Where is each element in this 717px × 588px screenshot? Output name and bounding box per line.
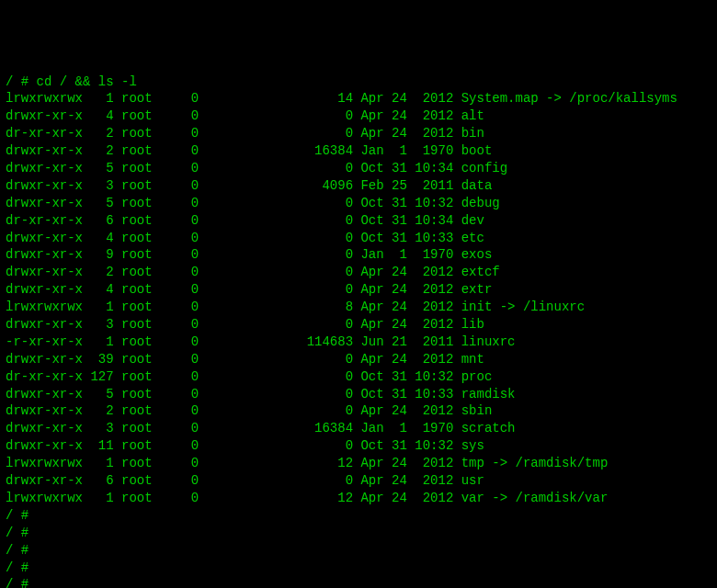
listing-row: dr-xr-xr-x 2 root 0 0 Apr 24 2012 bin	[6, 125, 711, 142]
listing-row: drwxr-xr-x 9 root 0 0 Jan 1 1970 exos	[6, 246, 711, 264]
listing-row: drwxr-xr-x 3 root 0 0 Apr 24 2012 lib	[6, 316, 711, 334]
listing-row: lrwxrwxrwx 1 root 0 12 Apr 24 2012 var -…	[6, 490, 711, 507]
listing-row: drwxr-xr-x 39 root 0 0 Apr 24 2012 mnt	[6, 351, 711, 368]
shell-prompt: / #	[6, 507, 711, 525]
listing-row: drwxr-xr-x 2 root 0 0 Apr 24 2012 extcf	[6, 264, 711, 281]
listing-row: drwxr-xr-x 3 root 0 16384 Jan 1 1970 scr…	[6, 420, 711, 437]
listing-row: drwxr-xr-x 5 root 0 0 Oct 31 10:34 confi…	[6, 160, 711, 177]
command-line: / # cd / && ls -l	[6, 74, 711, 91]
listing-row: drwxr-xr-x 6 root 0 0 Apr 24 2012 usr	[6, 472, 711, 490]
listing-row: drwxr-xr-x 4 root 0 0 Apr 24 2012 alt	[6, 107, 711, 125]
listing-row: drwxr-xr-x 2 root 0 0 Apr 24 2012 sbin	[6, 402, 711, 420]
listing-row: lrwxrwxrwx 1 root 0 14 Apr 24 2012 Syste…	[6, 90, 711, 107]
terminal-output: / # cd / && ls -llrwxrwxrwx 1 root 0 14 …	[6, 74, 711, 588]
listing-row: drwxr-xr-x 2 root 0 16384 Jan 1 1970 boo…	[6, 142, 711, 160]
listing-row: dr-xr-xr-x 127 root 0 0 Oct 31 10:32 pro…	[6, 368, 711, 386]
listing-row: dr-xr-xr-x 6 root 0 0 Oct 31 10:34 dev	[6, 212, 711, 230]
shell-prompt: / #	[6, 542, 711, 560]
listing-row: lrwxrwxrwx 1 root 0 8 Apr 24 2012 init -…	[6, 299, 711, 316]
shell-prompt: / #	[6, 525, 711, 542]
shell-prompt: / #	[6, 576, 711, 588]
listing-row: drwxr-xr-x 3 root 0 4096 Feb 25 2011 dat…	[6, 177, 711, 195]
shell-prompt: / #	[6, 560, 711, 577]
listing-row: drwxr-xr-x 4 root 0 0 Apr 24 2012 extr	[6, 281, 711, 299]
listing-row: drwxr-xr-x 5 root 0 0 Oct 31 10:33 ramdi…	[6, 386, 711, 403]
listing-row: -r-xr-xr-x 1 root 0 114683 Jun 21 2011 l…	[6, 334, 711, 351]
listing-row: drwxr-xr-x 5 root 0 0 Oct 31 10:32 debug	[6, 195, 711, 212]
listing-row: drwxr-xr-x 4 root 0 0 Oct 31 10:33 etc	[6, 230, 711, 247]
listing-row: lrwxrwxrwx 1 root 0 12 Apr 24 2012 tmp -…	[6, 455, 711, 472]
listing-row: drwxr-xr-x 11 root 0 0 Oct 31 10:32 sys	[6, 437, 711, 455]
